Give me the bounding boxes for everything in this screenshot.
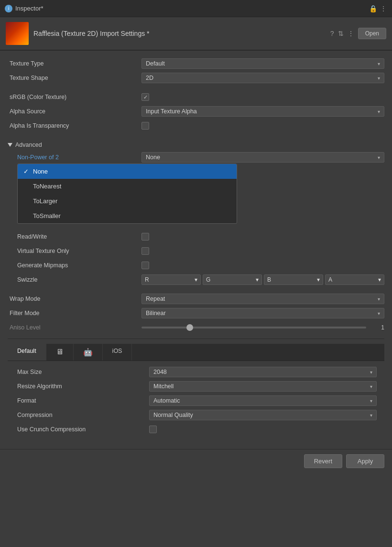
- filter-mode-label: Filter Mode: [8, 310, 142, 317]
- texture-thumbnail: [6, 22, 29, 45]
- texture-type-dropdown[interactable]: Default ▾: [142, 58, 384, 69]
- desktop-icon: 🖥: [56, 348, 64, 356]
- compression-row: Compression Normal Quality ▾: [15, 409, 377, 421]
- swizzle-row: Swizzle R ▾ G ▾ B ▾ A: [17, 274, 384, 286]
- alpha-transparency-checkbox[interactable]: [142, 122, 149, 130]
- read-write-checkbox[interactable]: [142, 233, 149, 241]
- swizzle-b-dropdown[interactable]: B ▾: [264, 274, 323, 285]
- generate-mipmaps-label: Generate Mipmaps: [17, 262, 142, 269]
- apply-button[interactable]: Apply: [346, 454, 384, 468]
- advanced-toggle-icon: [8, 143, 12, 147]
- generate-mipmaps-checkbox[interactable]: [142, 262, 149, 269]
- swizzle-a-dropdown[interactable]: A ▾: [325, 274, 384, 285]
- lock-icon[interactable]: 🔒: [369, 5, 377, 12]
- option-tolarger[interactable]: ToLarger: [18, 194, 237, 208]
- wrap-mode-row: Wrap Mode Repeat ▾: [8, 293, 384, 305]
- platform-tabs: Default 🖥 🤖 iOS: [8, 344, 384, 361]
- aniso-level-row: Aniso Level 1: [8, 321, 384, 334]
- panel-title: Rafflesia (Texture 2D) Import Settings *: [33, 30, 326, 37]
- texture-shape-dropdown[interactable]: 2D ▾: [142, 73, 384, 83]
- wrap-mode-arrow: ▾: [378, 296, 380, 302]
- swizzle-g-arrow: ▾: [256, 276, 259, 283]
- aniso-level-control: 1: [142, 324, 384, 331]
- main-content: Texture Type Default ▾ Texture Shape 2D …: [0, 51, 392, 449]
- srgb-label: sRGB (Color Texture): [8, 94, 142, 100]
- resize-algorithm-dropdown[interactable]: Mitchell ▾: [149, 381, 377, 392]
- generate-mipmaps-control: [142, 262, 384, 269]
- compression-label: Compression: [15, 412, 149, 418]
- swizzle-r-dropdown[interactable]: R ▾: [142, 274, 201, 285]
- aniso-slider-container: 1: [142, 324, 384, 331]
- srgb-checkbox[interactable]: [142, 93, 149, 101]
- resize-algorithm-label: Resize Algorithm: [15, 383, 149, 390]
- non-power-control: None ▾ ✓ None ToNearest ToLarger: [142, 152, 384, 163]
- format-dropdown[interactable]: Automatic ▾: [149, 395, 377, 406]
- resize-algorithm-row: Resize Algorithm Mitchell ▾: [15, 380, 377, 393]
- format-control: Automatic ▾: [149, 395, 377, 406]
- texture-type-control: Default ▾: [142, 58, 384, 69]
- aniso-level-label: Aniso Level: [8, 324, 142, 331]
- max-size-arrow: ▾: [370, 370, 372, 375]
- compression-control: Normal Quality ▾: [149, 410, 377, 420]
- panel-header-actions: ? ⇅ ⋮ Open: [330, 28, 386, 39]
- alpha-source-label: Alpha Source: [8, 108, 142, 115]
- swizzle-b-arrow: ▾: [317, 276, 320, 283]
- max-size-row: Max Size 2048 ▾: [15, 366, 377, 378]
- titlebar-asterisk: *: [41, 5, 43, 12]
- platform-section: Max Size 2048 ▾ Resize Algorithm Mitchel…: [8, 361, 384, 442]
- inspector-icon: i: [5, 5, 12, 12]
- wrap-mode-dropdown[interactable]: Repeat ▾: [142, 294, 384, 304]
- settings-icon[interactable]: ⇅: [338, 30, 344, 37]
- texture-type-arrow: ▾: [378, 61, 380, 66]
- aniso-slider-track: [142, 327, 366, 328]
- tab-android[interactable]: 🤖: [74, 344, 103, 361]
- titlebar: i Inspector * 🔒 ⋮: [0, 0, 392, 17]
- virtual-texture-checkbox[interactable]: [142, 247, 149, 255]
- tab-desktop[interactable]: 🖥: [46, 344, 74, 361]
- option-none[interactable]: ✓ None: [18, 164, 237, 179]
- filter-mode-dropdown[interactable]: Bilinear ▾: [142, 308, 384, 318]
- filter-mode-row: Filter Mode Bilinear ▾: [8, 307, 384, 319]
- tab-ios[interactable]: iOS: [103, 344, 132, 361]
- check-none: ✓: [23, 168, 33, 175]
- non-power-row: Non-Power of 2 None ▾ ✓ None ToNearest: [17, 151, 384, 164]
- non-power-dropdown[interactable]: None ▾: [142, 152, 384, 163]
- open-button[interactable]: Open: [358, 28, 386, 39]
- swizzle-a-arrow: ▾: [378, 276, 381, 283]
- wrap-mode-label: Wrap Mode: [8, 295, 142, 302]
- more-options-icon[interactable]: ⋮: [380, 5, 387, 12]
- crunch-compression-row: Use Crunch Compression: [15, 423, 377, 436]
- resize-algorithm-arrow: ▾: [370, 384, 372, 389]
- non-power-popup: ✓ None ToNearest ToLarger ToSmaller: [17, 164, 237, 224]
- footer: Revert Apply: [0, 449, 392, 473]
- advanced-header[interactable]: Advanced: [8, 142, 384, 148]
- compression-dropdown[interactable]: Normal Quality ▾: [149, 410, 377, 420]
- help-icon[interactable]: ?: [330, 30, 334, 37]
- panel-header: Rafflesia (Texture 2D) Import Settings *…: [0, 17, 392, 50]
- alpha-source-dropdown[interactable]: Input Texture Alpha ▾: [142, 106, 384, 117]
- swizzle-control: R ▾ G ▾ B ▾ A ▾: [142, 274, 384, 285]
- texture-shape-arrow: ▾: [378, 76, 380, 81]
- option-tosmaller[interactable]: ToSmaller: [18, 208, 237, 223]
- virtual-texture-control: [142, 247, 384, 255]
- revert-button[interactable]: Revert: [304, 454, 342, 468]
- read-write-control: [142, 233, 384, 241]
- swizzle-g-dropdown[interactable]: G ▾: [203, 274, 262, 285]
- crunch-compression-control: [149, 426, 377, 433]
- tab-default[interactable]: Default: [8, 344, 46, 361]
- android-icon: 🤖: [83, 348, 93, 356]
- crunch-compression-checkbox[interactable]: [149, 426, 157, 433]
- max-size-dropdown[interactable]: 2048 ▾: [149, 367, 377, 377]
- swizzle-channels: R ▾ G ▾ B ▾ A ▾: [142, 274, 384, 285]
- crunch-compression-label: Use Crunch Compression: [15, 426, 149, 433]
- filter-mode-control: Bilinear ▾: [142, 308, 384, 318]
- swizzle-label: Swizzle: [17, 276, 142, 283]
- option-tonearest[interactable]: ToNearest: [18, 179, 237, 194]
- panel-menu-icon[interactable]: ⋮: [348, 30, 354, 37]
- filter-mode-arrow: ▾: [378, 311, 380, 316]
- compression-arrow: ▾: [370, 413, 372, 418]
- aniso-slider-thumb[interactable]: [186, 324, 193, 331]
- virtual-texture-label: Virtual Texture Only: [17, 248, 142, 254]
- texture-type-row: Texture Type Default ▾: [8, 57, 384, 70]
- format-label: Format: [15, 397, 149, 404]
